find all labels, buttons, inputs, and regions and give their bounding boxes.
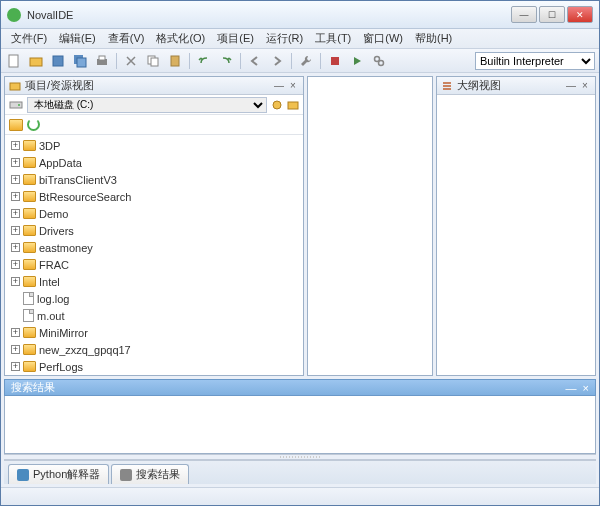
expand-icon[interactable]: + (11, 260, 20, 269)
tree-item[interactable]: +MiniMirror (5, 324, 303, 341)
menu-project[interactable]: 项目(E) (211, 29, 260, 48)
svg-rect-0 (9, 55, 18, 67)
tab-python-interpreter[interactable]: Python解释器 (8, 464, 109, 484)
tree-item[interactable]: +Intel (5, 273, 303, 290)
project-panel-header[interactable]: 项目/资源视图 — × (5, 77, 303, 95)
search-panel-header[interactable]: 搜索结果 — × (4, 379, 596, 396)
tree-item-label: biTransClientV3 (39, 174, 117, 186)
svg-rect-14 (10, 102, 22, 108)
tree-item[interactable]: +Drivers (5, 222, 303, 239)
close-button[interactable]: ✕ (567, 6, 593, 23)
tree-item[interactable]: +FRAC (5, 256, 303, 273)
separator (240, 53, 241, 69)
expand-icon[interactable]: + (11, 192, 20, 201)
stop-icon[interactable] (326, 52, 344, 70)
tab-label: Python解释器 (33, 467, 100, 482)
menu-window[interactable]: 窗口(W) (357, 29, 409, 48)
folder-icon (23, 157, 36, 168)
expand-icon[interactable]: + (11, 277, 20, 286)
project-panel: 项目/资源视图 — × 本地磁盘 (C:) +3DP+AppData+biTra… (4, 76, 304, 376)
menu-format[interactable]: 格式化(O) (150, 29, 211, 48)
menubar: 文件(F) 编辑(E) 查看(V) 格式化(O) 项目(E) 运行(R) 工具(… (1, 29, 599, 49)
svg-rect-2 (53, 56, 63, 66)
print-icon[interactable] (93, 52, 111, 70)
tree-item[interactable]: m.out (5, 307, 303, 324)
menu-tools[interactable]: 工具(T) (309, 29, 357, 48)
file-tree[interactable]: +3DP+AppData+biTransClientV3+BtResourceS… (5, 135, 303, 375)
editor-panel[interactable] (307, 76, 433, 376)
menu-file[interactable]: 文件(F) (5, 29, 53, 48)
drive-select[interactable]: 本地磁盘 (C:) (27, 97, 267, 113)
expand-icon[interactable]: + (11, 243, 20, 252)
tree-item[interactable]: log.log (5, 290, 303, 307)
expand-icon[interactable]: + (11, 345, 20, 354)
panel-minimize-icon[interactable]: — (566, 382, 577, 394)
expand-icon[interactable]: + (11, 209, 20, 218)
bottom-tabs: Python解释器 搜索结果 (4, 460, 596, 484)
cut-icon[interactable] (122, 52, 140, 70)
outline-panel-header[interactable]: 大纲视图 — × (437, 77, 595, 95)
back-icon[interactable] (246, 52, 264, 70)
tree-item-label: eastmoney (39, 242, 93, 254)
refresh-icon[interactable] (27, 118, 40, 131)
tree-item-label: FRAC (39, 259, 69, 271)
tree-item-label: Intel (39, 276, 60, 288)
wrench-icon[interactable] (297, 52, 315, 70)
panel-close-icon[interactable]: × (579, 80, 591, 92)
titlebar[interactable]: NovalIDE — ☐ ✕ (1, 1, 599, 29)
copy-icon[interactable] (144, 52, 162, 70)
search-results-area[interactable] (4, 396, 596, 454)
new-folder-icon[interactable] (287, 99, 299, 111)
panel-minimize-icon[interactable]: — (565, 80, 577, 92)
new-file-icon[interactable] (5, 52, 23, 70)
minimize-button[interactable]: — (511, 6, 537, 23)
open-folder-icon[interactable] (27, 52, 45, 70)
tree-item-label: PerfLogs (39, 361, 83, 373)
expand-icon[interactable]: + (11, 175, 20, 184)
run-icon[interactable] (348, 52, 366, 70)
search-icon (120, 469, 132, 481)
tree-item[interactable]: +biTransClientV3 (5, 171, 303, 188)
forward-icon[interactable] (268, 52, 286, 70)
svg-rect-10 (331, 57, 339, 65)
statusbar (1, 487, 599, 505)
tree-item[interactable]: +BtResourceSearch (5, 188, 303, 205)
undo-icon[interactable] (195, 52, 213, 70)
folder-icon (23, 327, 36, 338)
expand-icon[interactable]: + (11, 328, 20, 337)
tree-item[interactable]: +AppData (5, 154, 303, 171)
menu-help[interactable]: 帮助(H) (409, 29, 458, 48)
tree-item-label: Demo (39, 208, 68, 220)
tree-item[interactable]: +new_zxzq_gpqq17 (5, 341, 303, 358)
panel-minimize-icon[interactable]: — (273, 80, 285, 92)
maximize-button[interactable]: ☐ (539, 6, 565, 23)
folder-icon (23, 361, 36, 372)
expand-icon[interactable]: + (11, 226, 20, 235)
panel-close-icon[interactable]: × (287, 80, 299, 92)
paste-icon[interactable] (166, 52, 184, 70)
redo-icon[interactable] (217, 52, 235, 70)
toolbar: Builtin Interpreter (1, 49, 599, 73)
panel-close-icon[interactable]: × (583, 382, 589, 394)
save-all-icon[interactable] (71, 52, 89, 70)
tab-search-results[interactable]: 搜索结果 (111, 464, 189, 484)
tree-item[interactable]: +3DP (5, 137, 303, 154)
expand-icon[interactable]: + (11, 158, 20, 167)
menu-view[interactable]: 查看(V) (102, 29, 151, 48)
expand-icon[interactable]: + (11, 141, 20, 150)
folder-open-icon[interactable] (9, 119, 23, 131)
app-title: NovalIDE (27, 9, 511, 21)
save-icon[interactable] (49, 52, 67, 70)
expand-icon[interactable]: + (11, 362, 20, 371)
tree-item[interactable]: +PerfLogs (5, 358, 303, 375)
tree-item-label: new_zxzq_gpqq17 (39, 344, 131, 356)
tree-item[interactable]: +eastmoney (5, 239, 303, 256)
pin-icon[interactable] (271, 99, 283, 111)
menu-run[interactable]: 运行(R) (260, 29, 309, 48)
tree-item-label: MiniMirror (39, 327, 88, 339)
menu-edit[interactable]: 编辑(E) (53, 29, 102, 48)
interpreter-select[interactable]: Builtin Interpreter (475, 52, 595, 70)
tree-item-label: log.log (37, 293, 69, 305)
chain-icon[interactable] (370, 52, 388, 70)
tree-item[interactable]: +Demo (5, 205, 303, 222)
